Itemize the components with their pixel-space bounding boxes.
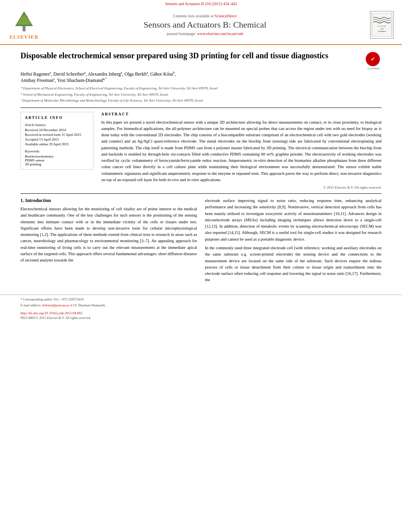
section-1-para-3: In the commonly used three integrated el…: [205, 245, 382, 284]
authors-line: Heftsi Ragonesa, David Schreibera, Alexa…: [20, 71, 382, 83]
svg-point-5: [28, 20, 30, 22]
crossmark-logo: ✓ CrossMark: [366, 52, 382, 68]
article-info-abstract-row: ARTICLE INFO Article history: Received 2…: [20, 112, 382, 190]
affiliation-a: ᵃ Department of Physical Electronics, Sc…: [20, 86, 382, 91]
abstract-col: ABSTRACT In this paper we present a nove…: [101, 112, 382, 190]
body-left-col: 1. Introduction Electrochemical sensors …: [20, 198, 197, 285]
section-1-heading: 1. Introduction: [20, 198, 197, 204]
elsevier-text: ELSEVIER: [9, 34, 39, 40]
svg-point-4: [26, 15, 28, 17]
elsevier-tree-icon: [12, 9, 36, 33]
copyright-line: © 2015 Elsevier B.V. All rights reserved…: [101, 185, 382, 189]
svg-point-6: [19, 21, 21, 23]
journal-main-header: ELSEVIER Contents lists available at Sci…: [0, 7, 402, 43]
email-link[interactable]: heftsira@post.tau.ac.il: [42, 303, 73, 307]
crossmark-icon: ✓: [366, 52, 380, 66]
keywords-title: Keywords:: [25, 149, 89, 153]
journal-doi-bar: Sensors and Actuators B 216 (2015) 434–4…: [0, 0, 402, 7]
abstract-title: ABSTRACT: [101, 112, 382, 116]
journal-title: Sensors and Actuators B: Chemical: [42, 20, 368, 30]
available-date: Available online 29 April 2015: [25, 142, 89, 146]
article-info-title: ARTICLE INFO: [25, 115, 89, 120]
history-title: Article history:: [25, 123, 89, 127]
sensors-actuators-logo: SENSORS AND AcTuators: [368, 11, 396, 39]
license-footer: 0925-4005/© 2015 Elsevier B.V. All right…: [20, 316, 382, 320]
svg-rect-0: [22, 26, 26, 32]
keywords-section: Keywords: Bioelectrochemistry PDMS senso…: [25, 149, 89, 166]
article-info-col: ARTICLE INFO Article history: Received 2…: [20, 112, 93, 190]
contents-line: Contents lists available at ScienceDirec…: [42, 14, 368, 18]
article-history: Article history: Received 24 December 20…: [25, 123, 89, 146]
section-divider-2: [20, 193, 382, 194]
authors-text: Heftsi Ragonesa, David Schreibera, Alexa…: [20, 71, 176, 77]
abstract-section: ABSTRACT In this paper we present a nove…: [101, 112, 382, 190]
svg-text:AcTuators: AcTuators: [378, 30, 386, 32]
article-footer: * Corresponding author. Tel.: +972 52857…: [0, 295, 402, 324]
sensors-logo-icon: SENSORS AND AcTuators: [371, 13, 393, 37]
keyword-2: PDMS sensor: [25, 158, 89, 162]
crossmark-label: CrossMark: [366, 67, 382, 70]
affiliations: ᵃ Department of Physical Electronics, Sc…: [20, 86, 382, 104]
section-1-para-2: electrode surface improving signal to no…: [205, 198, 382, 243]
homepage-link[interactable]: www.elsevier.com/locate/snb: [197, 32, 243, 36]
journal-doi-text: Sensors and Actuators B 216 (2015) 434–4…: [165, 2, 237, 6]
section-divider-1: [20, 108, 382, 108]
accepted-date: Accepted 13 April 2015: [25, 137, 89, 141]
svg-point-3: [20, 17, 22, 19]
article-title: Disposable electrochemical sensor prepar…: [20, 50, 366, 61]
journal-homepage: journal homepage: www.elsevier.com/locat…: [42, 32, 368, 36]
received-date: Received 24 December 2014: [25, 128, 89, 132]
section-1-para-1: Electrochemical sensors allowing for the…: [20, 206, 197, 263]
abstract-text: In this paper we present a novel electro…: [101, 119, 382, 184]
keyword-3: 3D printing: [25, 162, 89, 166]
keyword-1: Bioelectrochemistry: [25, 154, 89, 158]
journal-header: Sensors and Actuators B 216 (2015) 434–4…: [0, 0, 402, 45]
svg-text:SENSORS: SENSORS: [378, 25, 387, 27]
corresponding-note: * Corresponding author. Tel.: +972 52857…: [20, 297, 382, 302]
journal-center: Contents lists available at ScienceDirec…: [42, 14, 368, 36]
authors-text-2: Amihay Freemanc, Yosi Shacham-Diamanda,*: [20, 78, 107, 83]
doi-footer[interactable]: http://dx.doi.org/10.1016/j.snb.2015.04.…: [20, 311, 382, 315]
email-note: E-mail address: heftsira@post.tau.ac.il …: [20, 303, 382, 308]
elsevier-logo: ELSEVIER: [6, 9, 42, 40]
svg-marker-2: [17, 14, 32, 24]
affiliation-b: ᵇ School of Mechanical Engineering, Facu…: [20, 92, 382, 98]
received-revised-date: Received in revised form 11 April 2015: [25, 133, 89, 137]
body-right-col: electrode surface improving signal to no…: [205, 198, 382, 285]
article-content: Disposable electrochemical sensor prepar…: [0, 45, 402, 295]
affiliation-c: ᶜ Department of Molecular Microbiology a…: [20, 98, 382, 104]
sciencedirect-link[interactable]: ScienceDirect: [214, 14, 236, 18]
body-content: 1. Introduction Electrochemical sensors …: [20, 198, 382, 285]
svg-text:AND: AND: [380, 28, 383, 30]
article-title-section: Disposable electrochemical sensor prepar…: [20, 50, 382, 68]
sensors-logo-box: SENSORS AND AcTuators: [370, 11, 394, 39]
article-info-box: ARTICLE INFO Article history: Received 2…: [20, 112, 93, 170]
